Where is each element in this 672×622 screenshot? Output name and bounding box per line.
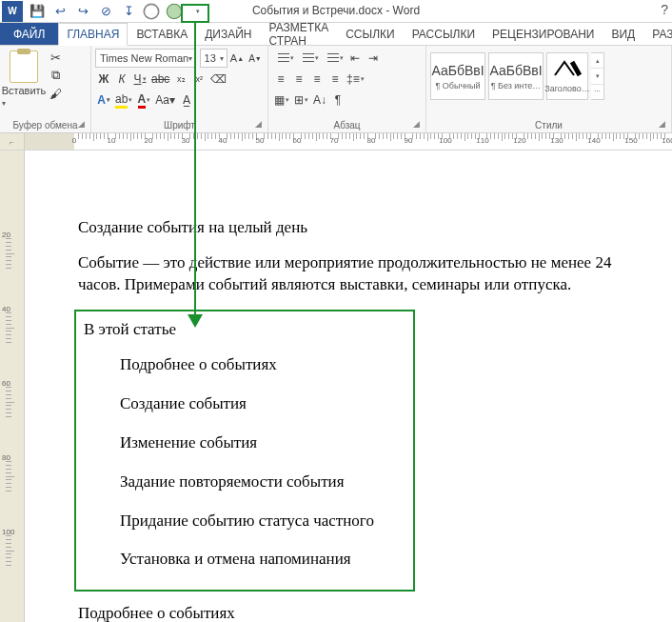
quick-access-toolbar: 💾 ↩ ↪ ⊘ ↧ — [27, 2, 208, 21]
doc-paragraph-2: Подробнее о событиях — [78, 603, 653, 622]
copy-button[interactable]: ⧉ — [47, 67, 64, 84]
grow-font-button[interactable]: A▲ — [228, 49, 246, 68]
superscript-button[interactable]: x² — [190, 70, 208, 89]
svg-point-0 — [144, 4, 158, 18]
qat-shape-2[interactable] — [164, 2, 185, 21]
change-case-button[interactable]: Aa▾ — [153, 90, 177, 110]
tab-mailings[interactable]: РАССЫЛКИ — [404, 23, 484, 45]
bullets-button[interactable] — [272, 49, 296, 68]
font-color-button[interactable]: A — [135, 90, 152, 110]
font-size-combo[interactable]: 13▾ — [200, 49, 227, 68]
style-heading1[interactable]: Заголово… — [546, 52, 588, 100]
font-label-text: Шрифт — [164, 120, 195, 130]
redo-button[interactable]: ↪ — [72, 2, 93, 21]
align-left-button[interactable]: ≡ — [272, 70, 289, 89]
borders-button[interactable]: ⊞ — [292, 90, 310, 110]
format-painter-button[interactable]: 🖌 — [47, 85, 64, 102]
align-right-button[interactable]: ≡ — [308, 70, 326, 89]
paragraph-label-text: Абзац — [333, 120, 360, 130]
style-name: ¶ Без инте… — [490, 81, 542, 90]
clipboard-label-text: Буфер обмена — [13, 120, 78, 130]
font-dialog-launcher[interactable]: ◢ — [252, 119, 264, 130]
sort-button[interactable]: A↓ — [311, 90, 328, 110]
tab-design[interactable]: ДИЗАЙН — [196, 23, 260, 45]
numbering-button[interactable] — [297, 49, 321, 68]
tab-developer[interactable]: РАЗРАБО — [643, 23, 672, 45]
save-button[interactable]: 💾 — [27, 2, 48, 21]
ribbon-tabs: ФАЙЛ ГЛАВНАЯ ВСТАВКА ДИЗАЙН РАЗМЕТКА СТР… — [0, 23, 672, 46]
align-center-button[interactable]: ≡ — [290, 70, 307, 89]
paste-button[interactable]: Вставить — [4, 49, 44, 108]
toc-item: Установка и отмена напоминания — [120, 549, 405, 571]
doc-heading: Создание события на целый день — [78, 217, 653, 239]
paragraph-dialog-launcher[interactable]: ◢ — [410, 119, 422, 130]
increase-indent-button[interactable]: ⇥ — [365, 49, 382, 68]
cut-button[interactable]: ✂ — [47, 49, 64, 66]
qat-customize[interactable] — [187, 2, 208, 21]
ribbon: Вставить ✂ ⧉ 🖌 Буфер обмена ◢ Times New … — [0, 46, 672, 133]
line-spacing-button[interactable]: ‡≡ — [345, 70, 366, 89]
document-area: 20406080100 Создание события на целый де… — [0, 150, 672, 622]
decrease-indent-button[interactable]: ⇤ — [346, 49, 364, 68]
subscript-button[interactable]: x₂ — [172, 70, 189, 89]
group-paragraph-label: Абзац ◢ — [272, 118, 422, 130]
group-paragraph: ⇤ ⇥ ≡ ≡ ≡ ≡ ‡≡ ▦ ⊞ A↓ ¶ Абзац ◢ — [268, 46, 426, 132]
group-clipboard-label: Буфер обмена ◢ — [4, 118, 87, 130]
toc-item: Подробнее о событиях — [120, 354, 405, 376]
toc-title: В этой статье — [84, 319, 405, 341]
doc-paragraph-1: Событие — это действие или мероприятие п… — [78, 252, 653, 296]
underline-button[interactable]: Ч — [131, 70, 148, 89]
svg-point-1 — [167, 4, 181, 18]
strikethrough-button[interactable]: abc — [149, 70, 171, 89]
horizontal-ruler[interactable]: 0102030405060708090100110120130140150160 — [25, 133, 672, 150]
title-bar: W 💾 ↩ ↪ ⊘ ↧ События и Встречи.docx - Wor… — [0, 0, 672, 23]
help-button[interactable]: ? — [661, 2, 668, 17]
ruler-number: 0 — [72, 136, 76, 145]
qat-shape-1[interactable] — [141, 2, 162, 21]
style-preview: АаБбВвI — [431, 63, 484, 78]
page[interactable]: Создание события на целый день Событие —… — [25, 150, 672, 622]
toc-item: Придание событию статуса частного — [120, 511, 405, 532]
style-preview — [553, 60, 582, 81]
clear-formatting-button[interactable]: ⌫ — [208, 70, 228, 89]
ruler-number: 160 — [662, 136, 672, 145]
tab-view[interactable]: ВИД — [603, 23, 643, 45]
enclose-button[interactable]: A̲ — [178, 90, 195, 110]
tab-references[interactable]: ССЫЛКИ — [337, 23, 403, 45]
styles-label-text: Стили — [535, 120, 563, 130]
tab-file[interactable]: ФАЙЛ — [0, 23, 58, 45]
window-title: События и Встречи.docx - Word — [252, 4, 420, 17]
tab-insert[interactable]: ВСТАВКА — [128, 23, 196, 45]
toc-item: Изменение события — [120, 432, 405, 454]
group-styles-label: Стили ◢ — [430, 118, 667, 130]
shrink-font-button[interactable]: A▼ — [247, 49, 264, 68]
styles-dialog-launcher[interactable]: ◢ — [656, 119, 667, 130]
multilevel-button[interactable] — [322, 49, 346, 68]
highlight-button[interactable]: ab — [113, 90, 134, 110]
style-no-spacing[interactable]: АаБбВвI ¶ Без инте… — [488, 52, 544, 100]
styles-gallery-more[interactable]: ▴▾⋯ — [591, 52, 604, 100]
toc-item: Создание события — [120, 393, 405, 415]
show-marks-button[interactable]: ¶ — [329, 90, 346, 110]
font-size-value: 13 — [205, 52, 216, 64]
style-preview: АаБбВвI — [489, 63, 542, 78]
justify-button[interactable]: ≡ — [326, 70, 344, 89]
clipboard-dialog-launcher[interactable]: ◢ — [75, 119, 87, 130]
qat-extra-1[interactable]: ⊘ — [95, 2, 116, 21]
vertical-ruler[interactable]: 20406080100 — [0, 150, 25, 622]
tab-layout[interactable]: РАЗМЕТКА СТРАН — [261, 23, 338, 45]
undo-button[interactable]: ↩ — [49, 2, 70, 21]
tab-review[interactable]: РЕЦЕНЗИРОВАНИ — [484, 23, 603, 45]
bold-button[interactable]: Ж — [95, 70, 112, 89]
style-normal[interactable]: АаБбВвI ¶ Обычный — [430, 52, 485, 100]
italic-button[interactable]: К — [113, 70, 130, 89]
font-name-combo[interactable]: Times New Roman▾ — [95, 49, 196, 68]
qat-extra-2[interactable]: ↧ — [118, 2, 139, 21]
shading-button[interactable]: ▦ — [272, 90, 291, 110]
app-icon: W — [2, 1, 23, 22]
text-effects-button[interactable]: A — [95, 90, 112, 110]
group-styles: АаБбВвI ¶ Обычный АаБбВвI ¶ Без инте… За… — [426, 46, 672, 132]
tab-home[interactable]: ГЛАВНАЯ — [58, 23, 128, 46]
style-name: Заголово… — [542, 84, 593, 93]
ruler-corner: ⌐ — [0, 133, 25, 150]
